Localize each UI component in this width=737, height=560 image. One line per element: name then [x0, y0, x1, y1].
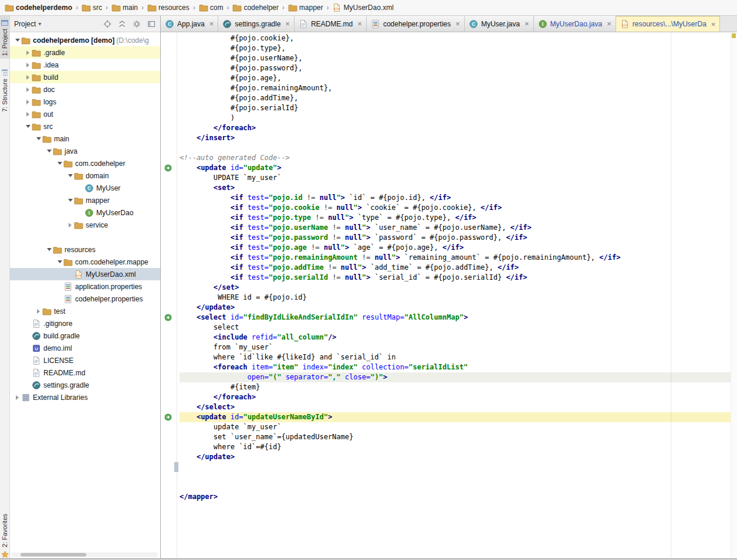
tree-row[interactable]: test	[10, 305, 160, 317]
collapse-all-button[interactable]	[117, 19, 127, 29]
editor[interactable]: #{pojo.cookie}, #{pojo.type}, #{pojo.use…	[161, 32, 737, 560]
code-line[interactable]: <if test="pojo.cookie != null"> `cookie`…	[180, 203, 731, 213]
code-line[interactable]: </update>	[180, 303, 731, 313]
code-line[interactable]: #{pojo.type},	[180, 43, 731, 53]
tree-row[interactable]: doc	[10, 83, 160, 96]
code-line[interactable]: <if test="pojo.serialId != null"> `seria…	[180, 273, 731, 283]
code-line[interactable]: </foreach>	[180, 123, 731, 133]
code-line[interactable]: from `my_user`	[180, 342, 731, 352]
tree-row[interactable]: CMyUser	[10, 182, 160, 194]
editor-tab[interactable]: CApp.java×	[161, 16, 218, 32]
breadcrumb-item[interactable]: codehelper	[231, 3, 279, 12]
code-line[interactable]: open="(" separator="," close=")">	[180, 372, 731, 382]
code-line[interactable]: WHERE id = #{pojo.id}	[180, 293, 731, 303]
tree-toggle-arrow[interactable]	[35, 305, 42, 317]
close-tab-icon[interactable]: ×	[285, 20, 290, 28]
tree-row[interactable]: service	[10, 219, 160, 231]
chevron-down-icon[interactable]: ▾	[38, 21, 41, 27]
close-tab-icon[interactable]: ×	[455, 20, 460, 28]
code-line[interactable]: <if test="pojo.id != null"> `id` = #{poj…	[180, 193, 731, 203]
tree-row[interactable]: LICENSE	[10, 354, 160, 366]
stripe-mark[interactable]	[732, 33, 736, 38]
code-line[interactable]: #{pojo.addTime},	[180, 93, 731, 103]
code-line[interactable]: where `id`=#{id}	[180, 442, 731, 452]
code-line[interactable]: #{pojo.serialId}	[180, 103, 731, 113]
code-line[interactable]: <if test="pojo.age != null"> `age` = #{p…	[180, 243, 731, 253]
code-line[interactable]	[180, 143, 731, 153]
code-line[interactable]	[180, 462, 731, 472]
tree-toggle-arrow[interactable]	[24, 46, 32, 59]
breadcrumb-item[interactable]: codehelperdemo	[4, 3, 73, 12]
tree-row[interactable]: out	[10, 108, 160, 120]
code-line[interactable]: <foreach item="item" index="index" colle…	[180, 362, 731, 372]
code-line[interactable]	[180, 482, 731, 492]
code-line[interactable]: #{item}	[180, 382, 731, 392]
tree-row[interactable]: README.md	[10, 366, 160, 379]
breadcrumb-item[interactable]: resources	[146, 3, 191, 12]
code-line[interactable]: set `user_name`={updatedUserName}	[180, 432, 731, 442]
tree-toggle-arrow[interactable]	[66, 169, 74, 182]
tree-toggle-arrow[interactable]	[13, 34, 21, 46]
close-tab-icon[interactable]: ×	[525, 20, 529, 28]
code-line[interactable]: <if test="pojo.addTime != null"> `add_ti…	[180, 263, 731, 273]
locate-button[interactable]	[103, 19, 112, 29]
tree-row[interactable]: build	[10, 71, 160, 83]
tree-toggle-arrow[interactable]	[66, 194, 74, 206]
code-line[interactable]: )	[180, 113, 731, 123]
editor-tab[interactable]: CMyUser.java×	[465, 16, 534, 32]
tree-toggle-arrow[interactable]	[56, 256, 63, 268]
settings-button[interactable]	[132, 19, 141, 29]
code-line[interactable]: <include refid="all_column"/>	[180, 332, 731, 342]
code-line[interactable]: #{pojo.userName},	[180, 53, 731, 63]
code-line[interactable]: #{pojo.cookie},	[180, 33, 731, 43]
tree-row[interactable]: application.properties	[10, 280, 160, 293]
code-line[interactable]: </insert>	[180, 133, 731, 143]
tool-button-structure[interactable]: 7: Structure	[0, 66, 10, 115]
close-tab-icon[interactable]: ×	[607, 20, 611, 28]
statement-marker-icon[interactable]	[164, 314, 172, 321]
editor-tab[interactable]: IMyUserDao.java×	[534, 16, 616, 32]
breadcrumb-item[interactable]: main	[110, 3, 139, 12]
code-line[interactable]: <set>	[180, 183, 731, 193]
code-line[interactable]: <update id="updateUserNameById">	[180, 412, 731, 422]
code-line[interactable]: #{pojo.age},	[180, 73, 731, 83]
close-tab-icon[interactable]: ×	[357, 20, 362, 28]
code-line[interactable]: <if test="pojo.password != null"> `passw…	[180, 233, 731, 243]
tree-row[interactable]: mapper	[10, 194, 160, 206]
panel-title[interactable]: Project	[14, 20, 36, 28]
tree-toggle-arrow[interactable]	[45, 145, 53, 157]
tree-row[interactable]: src	[10, 120, 160, 133]
code-line[interactable]: <!--auto generated Code-->	[180, 153, 731, 163]
tree-toggle-arrow[interactable]	[24, 120, 32, 133]
tree-toggle-arrow[interactable]	[56, 157, 63, 169]
tree-row[interactable]: build.gradle	[10, 330, 160, 342]
tree-toggle-arrow[interactable]	[24, 108, 32, 120]
statement-marker-icon[interactable]	[164, 413, 172, 421]
tree-toggle-arrow[interactable]	[24, 96, 32, 108]
editor-tab[interactable]: codehelper.properties×	[367, 16, 465, 32]
editor-tab[interactable]: settings.gradle×	[218, 16, 295, 32]
close-tab-icon[interactable]: ×	[209, 20, 214, 28]
code-line[interactable]: <if test="pojo.type != null"> `type` = #…	[180, 213, 731, 223]
code-line[interactable]: </mapper>	[180, 492, 731, 502]
tree-row[interactable]: domain	[10, 169, 160, 182]
tree-toggle-arrow[interactable]	[45, 243, 53, 256]
statement-marker-icon[interactable]	[164, 164, 172, 172]
tree-row[interactable]: codehelperdemo [demo] (D:\code\g	[10, 34, 160, 46]
tree-row[interactable]: main	[10, 133, 160, 145]
code-line[interactable]: <if test="pojo.userName != null"> `user_…	[180, 223, 731, 233]
code-line[interactable]: #{pojo.password},	[180, 63, 731, 73]
code-line[interactable]: <select id="findByIdLikeAndSerialIdIn" r…	[180, 313, 731, 323]
code-line[interactable]	[180, 472, 731, 482]
tree-row[interactable]: </>MyUserDao.xml	[10, 268, 160, 280]
code-line[interactable]: where `id`like #{likeId} and `serial_id`…	[180, 352, 731, 362]
tree-toggle-arrow[interactable]	[35, 133, 42, 145]
error-stripe[interactable]	[731, 32, 737, 560]
tree-row[interactable]: External Libraries	[10, 391, 160, 403]
breadcrumb-item[interactable]: src	[80, 3, 103, 12]
code-line[interactable]: </update>	[180, 452, 731, 462]
code-line[interactable]: </set>	[180, 283, 731, 293]
tree-toggle-arrow[interactable]	[24, 83, 32, 96]
editor-tab[interactable]: </>resources\...\MyUserDa×	[616, 16, 721, 32]
tree-row[interactable]: settings.gradle	[10, 379, 160, 391]
